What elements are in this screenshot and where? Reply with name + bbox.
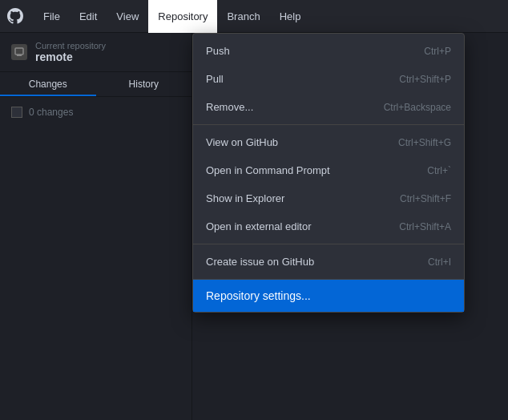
dropdown-section-4: Repository settings... (193, 280, 464, 312)
svg-rect-1 (17, 55, 22, 56)
menu-file[interactable]: File (34, 0, 70, 33)
repo-icon (11, 44, 27, 60)
dropdown-section-2: View on GitHub Ctrl+Shift+G Open in Comm… (193, 125, 464, 244)
menu-show-explorer[interactable]: Show in Explorer Ctrl+Shift+F (193, 184, 464, 212)
changes-area: 0 changes (0, 97, 192, 127)
tab-changes[interactable]: Changes (0, 72, 96, 96)
repository-dropdown: Push Ctrl+P Pull Ctrl+Shift+P Remove... … (192, 33, 465, 313)
menu-branch[interactable]: Branch (217, 0, 269, 33)
repo-name: remote (35, 50, 106, 63)
menu-repository[interactable]: Repository (148, 0, 217, 33)
menu-push[interactable]: Push Ctrl+P (193, 37, 464, 65)
menu-view-github[interactable]: View on GitHub Ctrl+Shift+G (193, 128, 464, 156)
menu-help[interactable]: Help (270, 0, 311, 33)
menu-pull[interactable]: Pull Ctrl+Shift+P (193, 65, 464, 93)
repo-info: Current repository remote (35, 41, 106, 63)
menu-open-external-editor[interactable]: Open in external editor Ctrl+Shift+A (193, 212, 464, 240)
menu-remove[interactable]: Remove... Ctrl+Backspace (193, 93, 464, 121)
dropdown-section-1: Push Ctrl+P Pull Ctrl+Shift+P Remove... … (193, 34, 464, 125)
tab-history[interactable]: History (96, 72, 192, 96)
tab-bar: Changes History (0, 72, 192, 97)
repo-header: Current repository remote (0, 33, 192, 72)
repo-current-label: Current repository (35, 41, 106, 50)
menubar: File Edit View Repository Branch Help (0, 0, 508, 33)
dropdown-section-3: Create issue on GitHub Ctrl+I (193, 244, 464, 280)
changes-count: 0 changes (29, 107, 73, 118)
svg-rect-0 (15, 48, 23, 55)
menu-view[interactable]: View (107, 0, 148, 33)
select-all-checkbox[interactable] (11, 107, 22, 118)
menu-edit[interactable]: Edit (70, 0, 107, 33)
menu-repo-settings[interactable]: Repository settings... (193, 280, 464, 312)
menu-create-issue[interactable]: Create issue on GitHub Ctrl+I (193, 248, 464, 276)
sidebar: Current repository remote Changes Histor… (0, 33, 192, 420)
github-logo (6, 7, 24, 25)
menu-open-command-prompt[interactable]: Open in Command Prompt Ctrl+` (193, 156, 464, 184)
